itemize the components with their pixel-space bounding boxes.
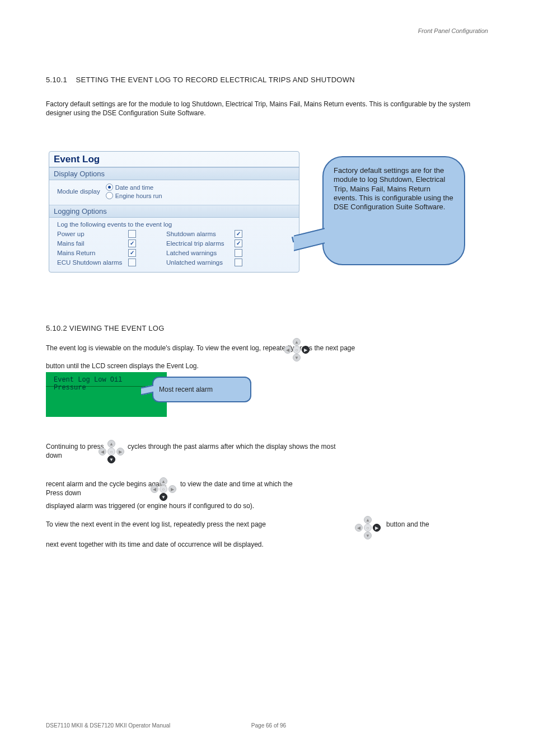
page-label: Front Panel Configuration [46, 27, 488, 35]
nav-p1b: cycles through the past alarms after whi… [128, 442, 488, 451]
callout-bubble: Factory default settings are for the mod… [322, 156, 465, 265]
module-display-radios: Date and time Engine hours run [106, 184, 162, 199]
lcd-text: Event Log Low Oil Pressure [54, 377, 143, 392]
dpad-right-icon: ▶ [116, 448, 124, 456]
label-unlatched-warnings: Unlatched warnings [166, 259, 233, 266]
footer-page-number: Page 66 of 96 [235, 722, 302, 730]
callout-recent-alarm-text: Most recent alarm [159, 386, 213, 393]
chk-mains-fail[interactable] [128, 240, 136, 247]
chk-mains-return[interactable] [128, 249, 136, 257]
dpad-left-icon: ◀ [99, 448, 106, 456]
dpad-down-icon: ▼ [364, 532, 372, 539]
logging-intro: Log the following events to the event lo… [57, 221, 293, 228]
label-ecu-shutdown: ECU Shutdown alarms [57, 259, 127, 266]
dpad-up-icon: ▲ [160, 477, 167, 485]
viewing-header: 5.10.2 VIEWING THE EVENT LOG [46, 323, 488, 334]
dpad-left-icon: ◀ [355, 524, 363, 532]
callout-recent-alarm: Most recent alarm [152, 377, 251, 402]
label-shutdown-alarms: Shutdown alarms [166, 231, 233, 237]
dpad-down-icon: ▼ [293, 354, 301, 361]
radio-date-time[interactable]: Date and time [106, 184, 162, 191]
chk-latched-warnings[interactable] [235, 249, 242, 257]
section-number: 5.10.1 [46, 76, 67, 84]
dpad-right-icon: ▶ [168, 485, 176, 493]
dpad-center-icon: ○ [160, 485, 167, 493]
dpad-next-page-1: ▲ ◀ ○ ▶ ▼ [282, 338, 310, 360]
dpad-left-icon: ◀ [284, 346, 292, 354]
dpad-up-icon: ▲ [107, 440, 115, 448]
chk-shutdown-alarms[interactable] [235, 230, 242, 238]
event-log-panel: Event Log Display Options Module display… [49, 151, 299, 273]
radio-label: Engine hours run [115, 192, 162, 199]
chk-power-up[interactable] [128, 230, 136, 238]
dpad-center-icon: ○ [364, 524, 372, 532]
dpad-down-icon: ▼ [107, 456, 115, 463]
display-options-header: Display Options [49, 167, 299, 180]
viewing-p1b: button until the LCD screen displays the… [46, 361, 281, 370]
callout-text: Factory default settings are for the mod… [334, 166, 453, 211]
nav-p2b: to view the date and time at which the [180, 480, 488, 489]
radio-engine-hours[interactable]: Engine hours run [106, 192, 162, 199]
dpad-down-2: ▲ ◀ ○ ▶ ▼ [149, 477, 177, 500]
dpad-center-icon: ○ [293, 346, 301, 354]
intro-paragraph: Factory default settings are for the mod… [46, 100, 488, 118]
nav-p4a: To view the next event in the event log … [46, 520, 359, 529]
chk-electrical-trip[interactable] [235, 240, 242, 247]
label-mains-return: Mains Return [57, 250, 127, 256]
dpad-next-page-2: ▲ ◀ ○ ▶ ▼ [353, 516, 381, 538]
nav-p3: displayed alarm was triggered (or engine… [46, 501, 488, 510]
module-display-label: Module display [57, 188, 100, 195]
dpad-down-icon: ▼ [160, 493, 167, 501]
radio-label: Date and time [115, 184, 153, 191]
dpad-up-icon: ▲ [364, 516, 372, 524]
label-mains-fail: Mains fail [57, 240, 127, 247]
label-electrical-trip: Electrical trip alarms [166, 240, 233, 247]
label-latched-warnings: Latched warnings [166, 250, 233, 256]
logging-grid: Power up Shutdown alarms Mains fail Elec… [57, 230, 293, 266]
chk-ecu-shutdown[interactable] [128, 259, 136, 266]
section-title: SETTING THE EVENT LOG TO RECORD ELECTRIC… [76, 76, 355, 84]
nav-p4b: button and the [386, 520, 488, 529]
radio-glyph [106, 192, 113, 199]
label-power-up: Power up [57, 231, 127, 237]
logging-options-header: Logging Options [49, 205, 299, 218]
chk-unlatched-warnings[interactable] [235, 259, 242, 266]
dpad-down-1: ▲ ◀ ○ ▶ ▼ [97, 440, 125, 462]
panel-title: Event Log [49, 152, 299, 167]
dpad-right-icon: ▶ [302, 346, 310, 354]
dpad-center-icon: ○ [107, 448, 115, 456]
dpad-right-icon: ▶ [373, 524, 381, 532]
viewing-p1: The event log is viewable on the module'… [46, 344, 488, 353]
radio-glyph [106, 184, 113, 191]
section-header: 5.10.1 SETTING THE EVENT LOG TO RECORD E… [46, 75, 488, 85]
nav-p5: next event together with its time and da… [46, 540, 488, 549]
dpad-up-icon: ▲ [293, 338, 301, 346]
dpad-left-icon: ◀ [151, 485, 158, 493]
